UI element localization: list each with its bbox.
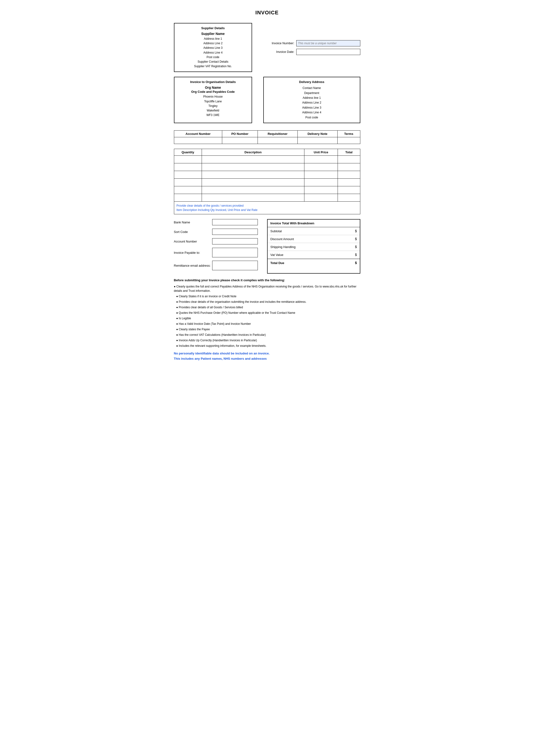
items-desc-5 [202,186,304,194]
ref-header-delivery: Delivery Note [297,131,337,137]
total-due-value: $ [355,261,357,265]
middle-section: Invoice to Organisation Details Org Name… [174,77,360,123]
org-address-4: Wakefield [177,108,249,113]
discount-label: Discount Amount [270,237,294,241]
items-unit-6 [304,194,338,202]
remittance-row: Remittance email address: [174,261,258,270]
bank-details: Bank Name Sort Code Account Number Invoi… [174,219,258,274]
discount-value: $ [355,237,357,241]
bank-name-label: Bank Name [174,221,212,224]
org-address-1: Phoenix House [177,94,249,99]
org-name: Org Name [177,86,249,90]
delivery-postcode: Post code [267,115,357,120]
ref-header-account: Account Number [174,131,222,137]
items-total-5 [338,186,360,194]
items-total-6 [338,194,360,202]
checklist-title: Before submitting your Invoice please ch… [174,278,360,282]
vat-value: $ [355,253,357,256]
supplier-contact: Supplier Contact Details [177,60,249,64]
delivery-addr1: Address line 1 [267,95,357,100]
items-row-3 [174,171,360,179]
invoice-number-input[interactable] [296,40,360,46]
checklist-item-6: ● Clearly states the Payee [174,327,360,332]
shipping-label: Shipping Handling [270,245,296,249]
supplier-box-title: Supplier Details [177,26,249,30]
bank-name-input[interactable] [212,219,258,225]
total-due-label: Total Due [270,261,284,265]
supplier-vat: Supplier VAT Registration No. [177,64,249,68]
supplier-address-2: Address Line 2 [177,41,249,46]
items-qty-1 [174,156,202,163]
delivery-contact: Contact Name [267,86,357,91]
org-box: Invoice to Organisation Details Org Name… [174,77,252,123]
ref-po-cell [222,137,258,144]
subtotal-label: Subtotal [270,230,282,233]
items-row-5 [174,186,360,194]
invoice-date-label: Invoice Date: [263,50,294,54]
ref-delivery-cell [297,137,337,144]
items-total-3 [338,171,360,179]
org-address-3: Tingley [177,104,249,108]
sort-code-label: Sort Code [174,230,212,234]
items-qty-3 [174,171,202,179]
bank-name-row: Bank Name [174,219,258,225]
ref-req-cell [258,137,297,144]
items-desc-1 [202,156,304,163]
checklist-section: Before submitting your Invoice please ch… [174,278,360,362]
items-note-cell: Provide clear details of the goods / ser… [174,202,360,214]
page-title: INVOICE [174,10,360,16]
items-qty-6 [174,194,202,202]
checklist-item-1: ● Provides clear details of the organisa… [174,300,360,304]
invoice-date-input[interactable] [296,49,360,55]
items-row-4 [174,179,360,186]
shipping-value: $ [355,245,357,249]
invoice-totals: Invoice Total With Breakdown Subtotal $ … [267,219,360,274]
items-unit-4 [304,179,338,186]
org-box-title: Invoice to Organisation Details [177,80,249,84]
checklist-item-3: ● Quotes the NHS Purchase Order (PO) Num… [174,311,360,315]
vat-row: Vat Value $ [267,251,360,259]
items-row-1 [174,156,360,163]
supplier-address-1: Address line 1 [177,37,249,41]
delivery-addr3: Address Line 3 [267,105,357,110]
subtotal-value: $ [355,229,357,233]
items-unit-1 [304,156,338,163]
totals-title: Invoice Total With Breakdown [267,220,360,227]
items-header-total: Total [338,149,360,156]
org-postcode: WF3 1WE [177,113,249,118]
bottom-section: Bank Name Sort Code Account Number Invoi… [174,219,360,274]
payable-input[interactable] [212,248,258,257]
reference-data-row [174,137,360,144]
items-note-text: Provide clear details of the goods / ser… [177,204,258,212]
checklist-item-9: ● Includes the relevant supporting infor… [174,344,360,348]
items-row-2 [174,163,360,171]
checklist-item-2: ● Provides clear details of all Goods / … [174,305,360,310]
supplier-name: Supplier Name [177,32,249,36]
remittance-input[interactable] [212,261,258,270]
footer-line-1: No personally identifiable data should b… [174,351,360,356]
invoice-number-row: Invoice Number: [263,40,360,46]
footer-line-2: This includes any Patient names, NHS num… [174,356,360,362]
items-unit-2 [304,163,338,171]
checklist-item-0: ● Clearly States if it is an Invoice or … [174,294,360,298]
reference-table: Account Number PO Number Requisitioner D… [174,130,360,144]
ref-account-cell [174,137,222,144]
ref-header-po: PO Number [222,131,258,137]
delivery-addr4: Address Line 4 [267,110,357,115]
items-total-2 [338,163,360,171]
supplier-address-4: Address Line 4 [177,50,249,55]
payable-label: Invoice Payable to: [174,251,212,255]
top-section: Supplier Details Supplier Name Address l… [174,23,360,72]
account-number-input[interactable] [212,238,258,244]
items-unit-5 [304,186,338,194]
items-unit-3 [304,171,338,179]
items-header-desc: Description [202,149,304,156]
discount-row: Discount Amount $ [267,235,360,243]
ref-header-req: Requisitioner [258,131,297,137]
supplier-box: Supplier Details Supplier Name Address l… [174,23,252,72]
ref-terms-cell [337,137,360,144]
items-header-qty: Quantity [174,149,202,156]
items-total-1 [338,156,360,163]
sort-code-input[interactable] [212,229,258,235]
subtotal-row: Subtotal $ [267,227,360,235]
